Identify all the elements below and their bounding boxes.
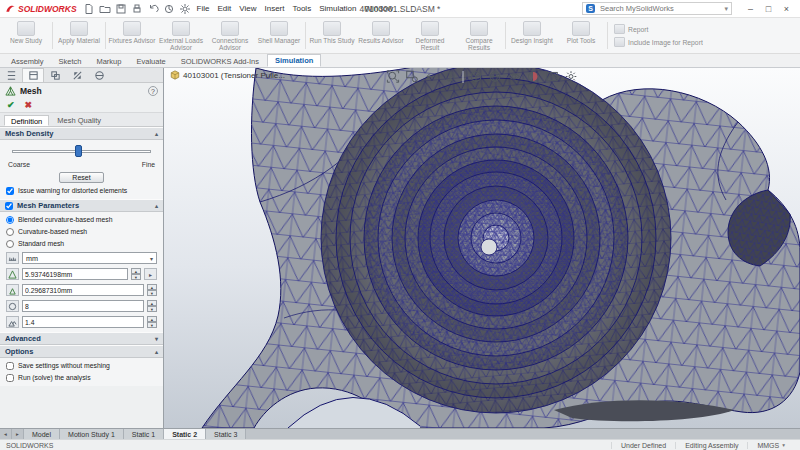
breadcrumb[interactable]: 40103001 (Tensioner Pulle... [170, 70, 285, 80]
mesh-parameters-checkbox[interactable] [5, 202, 13, 210]
tab-mesh-quality[interactable]: Mesh Quality [51, 115, 107, 126]
menu-file[interactable]: File [197, 4, 210, 13]
growth-ratio-spinner[interactable]: ▴ ▾ [147, 316, 157, 328]
ribbon-connections-advisor-button[interactable]: Connections Advisor [206, 19, 254, 52]
spin-down-icon[interactable]: ▾ [147, 322, 157, 328]
minimize-button[interactable]: – [742, 2, 759, 16]
ribbon-design-insight-button[interactable]: Design Insight [508, 19, 556, 52]
max-size-spinner[interactable]: ▴ ▾ [131, 268, 141, 280]
zoom-fit-icon[interactable] [387, 70, 400, 83]
search-dropdown-icon[interactable]: ▾ [724, 5, 728, 13]
tab-scroll-right[interactable]: ▸ [12, 429, 24, 439]
menu-insert[interactable]: Insert [264, 4, 284, 13]
hide-show-items-icon[interactable] [508, 70, 521, 83]
tab-markup[interactable]: Markup [89, 56, 128, 67]
tab-definition[interactable]: Definition [4, 115, 49, 126]
tab-static-2[interactable]: Static 2 [164, 429, 206, 439]
growth-ratio-icon [6, 316, 19, 328]
min-size-spinner[interactable]: ▴ ▾ [147, 284, 157, 296]
options-gear-icon[interactable] [179, 3, 191, 15]
open-document-icon[interactable] [99, 3, 111, 15]
edit-appearance-icon[interactable] [527, 70, 540, 83]
graphics-area[interactable]: 40103001 (Tensioner Pulle... [164, 68, 800, 428]
configuration-manager-tab[interactable] [44, 68, 66, 82]
mesh-density-slider[interactable] [12, 145, 151, 157]
search-box[interactable]: S ▾ [582, 2, 732, 15]
section-advanced[interactable]: Advanced ▾ [0, 332, 163, 345]
min-elements-circle-input[interactable] [22, 300, 144, 312]
ribbon-shell-manager-button[interactable]: Shell Manager [255, 19, 303, 52]
close-button[interactable]: × [778, 2, 795, 16]
previous-view-icon[interactable] [425, 70, 438, 83]
view-orientation-icon[interactable] [470, 70, 483, 83]
tab-assembly[interactable]: Assembly [4, 56, 51, 67]
growth-ratio-input[interactable] [22, 316, 144, 328]
run-analysis-checkbox[interactable] [6, 374, 14, 382]
apply-scene-icon[interactable] [546, 70, 559, 83]
tab-simulation[interactable]: Simulation [267, 54, 321, 67]
cancel-button[interactable]: ✖ [25, 100, 33, 110]
new-document-icon[interactable] [83, 3, 95, 15]
reset-button[interactable]: Reset [59, 172, 103, 183]
slider-handle[interactable] [75, 145, 82, 157]
zoom-area-icon[interactable] [406, 70, 419, 83]
section-options[interactable]: Options ▴ [0, 345, 163, 358]
standard-mesh-radio[interactable] [6, 240, 14, 248]
spin-down-icon[interactable]: ▾ [147, 306, 157, 312]
display-style-icon[interactable] [489, 70, 502, 83]
tab-solidworks-addins[interactable]: SOLIDWORKS Add-Ins [174, 56, 266, 67]
save-icon[interactable] [115, 3, 127, 15]
tab-static-1[interactable]: Static 1 [124, 429, 164, 439]
unit-dropdown[interactable]: mm ▾ [22, 252, 157, 264]
tab-static-3[interactable]: Static 3 [206, 429, 246, 439]
ribbon-apply-material-button[interactable]: Apply Material [55, 19, 103, 52]
save-settings-checkbox[interactable] [6, 362, 14, 370]
ribbon-run-this-study-button[interactable]: Run This Study [308, 19, 356, 52]
ribbon-compare-results-button[interactable]: Compare Results [455, 19, 503, 52]
ribbon-deformed-result-button[interactable]: Deformed Result [406, 19, 454, 52]
ribbon-include-image-button[interactable]: Include Image for Report [614, 37, 703, 47]
ribbon-fixtures-advisor-button[interactable]: Fixtures Advisor [108, 19, 156, 52]
ribbon-results-advisor-button[interactable]: Results Advisor [357, 19, 405, 52]
tab-scroll-left[interactable]: ◂ [0, 429, 12, 439]
feature-manager-tab[interactable] [0, 68, 22, 82]
menu-simulation[interactable]: Simulation [319, 4, 356, 13]
ok-button[interactable]: ✔ [7, 100, 15, 110]
print-icon[interactable] [131, 3, 143, 15]
view-settings-icon[interactable] [565, 70, 578, 83]
display-manager-tab[interactable] [88, 68, 110, 82]
tab-evaluate[interactable]: Evaluate [129, 56, 172, 67]
ribbon-label: Include Image for Report [628, 39, 703, 46]
size-link-button[interactable]: ▸ [144, 268, 157, 280]
dimxpert-manager-tab[interactable] [66, 68, 88, 82]
ribbon-report-button[interactable]: Report [614, 24, 703, 34]
curvature-based-radio[interactable] [6, 228, 14, 236]
spin-down-icon[interactable]: ▾ [131, 274, 141, 280]
ribbon-new-study-button[interactable]: New Study [2, 19, 50, 52]
menu-edit[interactable]: Edit [217, 4, 231, 13]
tab-model[interactable]: Model [24, 429, 60, 439]
help-icon[interactable]: ? [148, 86, 158, 96]
tab-sketch[interactable]: Sketch [52, 56, 89, 67]
menu-view[interactable]: View [239, 4, 256, 13]
max-element-size-input[interactable] [22, 268, 128, 280]
undo-icon[interactable] [147, 3, 159, 15]
section-mesh-parameters[interactable]: Mesh Parameters ▴ [0, 199, 163, 212]
spin-down-icon[interactable]: ▾ [147, 290, 157, 296]
menu-tools[interactable]: Tools [292, 4, 311, 13]
tab-motion-study-1[interactable]: Motion Study 1 [60, 429, 124, 439]
units-dropdown[interactable]: MMGS ▾ [747, 442, 794, 449]
min-element-size-input[interactable] [22, 284, 144, 296]
blended-curvature-radio[interactable] [6, 216, 14, 224]
distorted-warning-checkbox[interactable] [6, 187, 14, 195]
section-mesh-density[interactable]: Mesh Density ▴ [0, 127, 163, 140]
model-mesh-view[interactable] [164, 68, 800, 428]
section-view-icon[interactable] [444, 70, 457, 83]
ribbon-external-loads-advisor-button[interactable]: External Loads Advisor [157, 19, 205, 52]
search-input[interactable] [598, 3, 721, 14]
ribbon-plot-tools-button[interactable]: Plot Tools [557, 19, 605, 52]
rebuild-icon[interactable] [163, 3, 175, 15]
min-elements-spinner[interactable]: ▴ ▾ [147, 300, 157, 312]
maximize-button[interactable]: □ [760, 2, 777, 16]
property-manager-tab[interactable] [22, 68, 44, 82]
